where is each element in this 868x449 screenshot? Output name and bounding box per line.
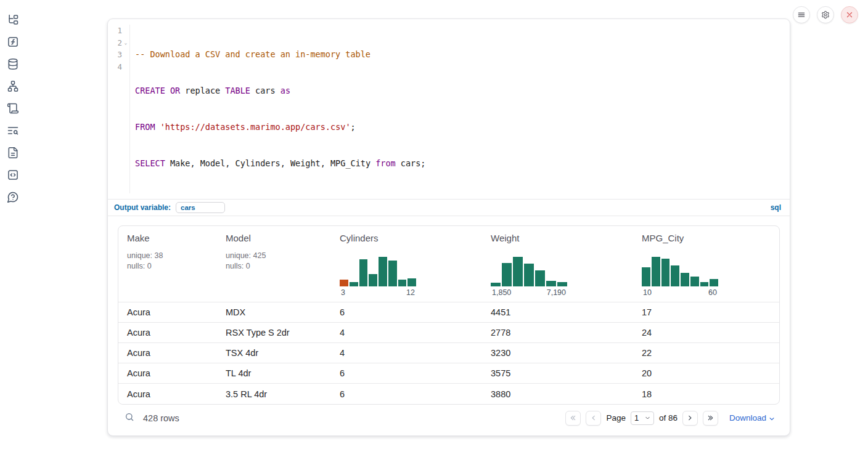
output-variable-input[interactable]: [176, 202, 225, 213]
hist-max: 60: [708, 288, 717, 297]
table-footer: 428 rows Page 1 of 86: [118, 405, 780, 432]
sql-output-area: Make unique: 38 nulls: 0 Model: [108, 216, 790, 435]
column-header-cylinders[interactable]: Cylinders: [331, 226, 482, 302]
scroll-icon[interactable]: [7, 102, 19, 115]
column-label: Cylinders: [340, 233, 473, 243]
sidebar: [0, 0, 26, 203]
database-icon[interactable]: [7, 58, 19, 70]
sql-text: ;: [351, 122, 356, 132]
hist-axis: 10 60: [642, 288, 718, 297]
hist-bar: [652, 257, 660, 286]
hist-bar: [502, 263, 512, 286]
row-count: 428 rows: [143, 413, 179, 423]
sql-text: cars: [250, 86, 280, 95]
line-number: 3: [117, 49, 122, 61]
column-header-weight[interactable]: Weight: [482, 226, 633, 302]
sql-keyword: OR: [170, 86, 180, 95]
cell-model: 3.5 RL 4dr: [217, 384, 331, 404]
menu-button[interactable]: [793, 6, 810, 23]
sql-cell: 1 2⌄ 3 4 -- Download a CSV and create an…: [107, 18, 790, 436]
cell-mpg-city: 17: [633, 302, 779, 323]
data-table: Make unique: 38 nulls: 0 Model: [118, 225, 780, 405]
hist-bar: [340, 280, 348, 286]
fold-chevron-icon[interactable]: ⌄: [122, 37, 129, 49]
code-line[interactable]: -- Download a CSV and create an in-memor…: [135, 49, 425, 61]
previous-page-button[interactable]: [586, 411, 601, 426]
hist-max: 12: [406, 288, 415, 297]
help-icon[interactable]: [7, 191, 19, 203]
snippets-icon[interactable]: [7, 169, 19, 181]
sql-keyword: CREATE: [135, 86, 165, 95]
download-button[interactable]: Download: [729, 413, 775, 423]
cell-weight: 3230: [482, 343, 633, 363]
table-row[interactable]: Acura TL 4dr 6 3575 20: [118, 363, 779, 384]
column-header-mpg-city[interactable]: MPG_City: [633, 226, 779, 302]
sql-text: [155, 122, 160, 132]
line-number: 4: [117, 61, 122, 73]
document-icon[interactable]: [7, 147, 19, 159]
menu-icon: [797, 10, 806, 19]
stat-unique: unique: 38: [127, 251, 208, 261]
histogram-cylinders[interactable]: 3 12: [340, 257, 416, 297]
table-row[interactable]: Acura 3.5 RL 4dr 6 3880 18: [118, 384, 779, 404]
cell-model: MDX: [217, 302, 331, 323]
hist-bar: [671, 265, 679, 286]
page-value: 1: [634, 413, 639, 423]
stat-nulls: nulls: 0: [226, 261, 322, 272]
column-stats: unique: 425 nulls: 0: [226, 251, 322, 272]
hist-bar: [524, 264, 534, 286]
sql-text: cars;: [396, 158, 426, 168]
hist-min: 3: [341, 288, 345, 297]
sql-keyword: SELECT: [135, 158, 165, 168]
sql-keyword: FROM: [135, 122, 155, 132]
top-controls: [793, 6, 858, 23]
line-number-gutter: 1 2⌄ 3 4: [108, 25, 130, 193]
cell-make: Acura: [118, 323, 217, 343]
search-logs-icon[interactable]: [7, 124, 19, 137]
next-page-button[interactable]: [682, 411, 698, 426]
language-badge[interactable]: sql: [771, 203, 781, 212]
cell-weight: 3880: [482, 384, 633, 404]
page-select[interactable]: 1: [631, 411, 654, 425]
download-label: Download: [729, 413, 766, 423]
search-icon[interactable]: [121, 412, 137, 424]
column-header-make[interactable]: Make unique: 38 nulls: 0: [118, 226, 217, 302]
pagination: Page 1 of 86 Download: [565, 411, 775, 426]
column-label: Make: [127, 233, 208, 243]
hist-bar: [388, 261, 397, 286]
output-variable-label: Output variable:: [114, 203, 171, 212]
chevron-down-icon: [769, 416, 775, 422]
chevrons-right-icon: [707, 415, 714, 421]
stat-unique: unique: 425: [226, 251, 322, 261]
column-header-model[interactable]: Model unique: 425 nulls: 0: [217, 226, 331, 302]
first-page-button[interactable]: [565, 411, 581, 426]
cell-mpg-city: 24: [633, 323, 779, 343]
gear-icon: [821, 10, 830, 19]
dependency-graph-icon[interactable]: [7, 80, 19, 92]
sql-text: replace: [180, 86, 225, 95]
file-tree-icon[interactable]: [7, 14, 19, 26]
hist-bar: [557, 282, 567, 286]
cell-cylinders: 4: [331, 343, 482, 363]
code-line[interactable]: CREATE OR replace TABLE cars as: [135, 85, 425, 97]
histogram-mpg-city[interactable]: 10 60: [642, 257, 718, 297]
cell-weight: 3575: [482, 363, 633, 384]
chevron-down-icon: [645, 415, 650, 421]
table-row[interactable]: Acura TSX 4dr 4 3230 22: [118, 343, 779, 363]
settings-button[interactable]: [817, 6, 834, 23]
table-row[interactable]: Acura RSX Type S 2dr 4 2778 24: [118, 323, 779, 343]
stat-nulls: nulls: 0: [127, 261, 208, 272]
code-line[interactable]: FROM 'https://datasets.marimo.app/cars.c…: [135, 121, 425, 134]
hist-bar: [690, 277, 699, 286]
sql-text: Make, Model, Cylinders, Weight, MPG_City: [165, 158, 375, 168]
table-row[interactable]: Acura MDX 6 4451 17: [118, 302, 779, 323]
output-variable-row: Output variable: sql: [108, 200, 790, 216]
sql-code-editor[interactable]: 1 2⌄ 3 4 -- Download a CSV and create an…: [108, 19, 790, 199]
last-page-button[interactable]: [703, 411, 718, 426]
function-icon[interactable]: [7, 36, 19, 48]
cell-model: RSX Type S 2dr: [217, 323, 331, 343]
histogram-weight[interactable]: 1,850 7,190: [491, 257, 567, 297]
code-line[interactable]: SELECT Make, Model, Cylinders, Weight, M…: [135, 158, 425, 170]
cell-model: TSX 4dr: [217, 343, 331, 363]
shutdown-button[interactable]: [841, 6, 858, 23]
